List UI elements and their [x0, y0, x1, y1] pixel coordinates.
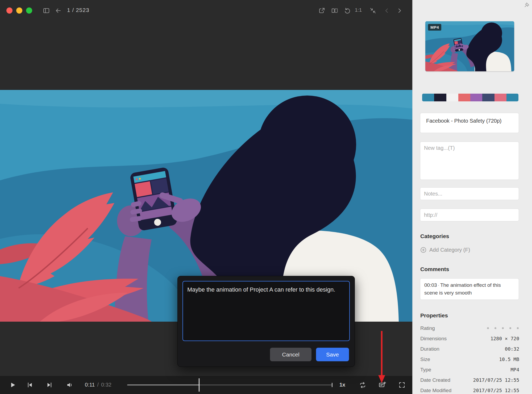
rating-dot[interactable] — [502, 327, 504, 329]
chevron-right-icon — [396, 7, 403, 14]
format-badge: MP4 — [428, 24, 441, 31]
property-value: 1280 × 720 — [491, 336, 519, 341]
property-row-rating: Rating — [420, 323, 519, 333]
rating-dots[interactable] — [487, 327, 519, 329]
zoom-window-button[interactable] — [26, 7, 32, 14]
property-row-type: Type MP4 — [420, 364, 519, 375]
fullscreen-icon — [398, 381, 405, 388]
comments-heading: Comments — [420, 266, 449, 272]
back-arrow-icon — [55, 7, 62, 14]
palette-swatch[interactable] — [446, 94, 458, 101]
property-label: Size — [420, 356, 430, 362]
palette-swatch[interactable] — [434, 94, 446, 101]
previous-frame-button[interactable] — [25, 380, 34, 389]
property-row-date-modified: Date Modified 2017/07/25 12:55 — [420, 385, 519, 394]
rating-dot[interactable] — [509, 327, 511, 329]
rating-dot[interactable] — [487, 327, 489, 329]
zoom-ratio-button[interactable]: 1:1 — [355, 7, 362, 13]
cancel-button[interactable]: Cancel — [270, 348, 311, 361]
notes-input[interactable] — [420, 188, 519, 200]
compare-view-button[interactable] — [330, 6, 339, 15]
palette-swatch[interactable] — [470, 94, 482, 101]
property-row-dimensions: Dimensions 1280 × 720 — [420, 333, 519, 344]
palette-swatch[interactable] — [482, 94, 494, 101]
play-button[interactable] — [8, 380, 17, 389]
dialog-buttons: Cancel Save — [270, 348, 349, 361]
skip-forward-icon — [46, 381, 53, 388]
properties-heading: Properties — [420, 312, 448, 319]
page-counter: 1 / 2523 — [67, 7, 89, 13]
shrink-icon — [369, 7, 376, 14]
fullscreen-button[interactable] — [397, 380, 406, 389]
time-total: 0:32 — [101, 382, 111, 388]
rating-dot[interactable] — [494, 327, 496, 329]
property-label: Duration — [420, 346, 439, 352]
properties-list: Rating Dimensions 1280 × 720 Duration 00… — [420, 323, 519, 394]
compare-view-icon — [331, 7, 338, 14]
time-divider: / — [97, 382, 99, 388]
title-field[interactable]: Facebook - Photo Safety (720p) — [420, 113, 519, 133]
next-item-button[interactable] — [395, 6, 404, 15]
url-input[interactable] — [420, 209, 519, 221]
previous-item-button[interactable] — [383, 6, 391, 15]
rating-dot[interactable] — [517, 327, 519, 329]
time-display: 0:11 / 0:32 — [85, 382, 111, 388]
minimize-window-button[interactable] — [16, 7, 22, 14]
add-category-label: Add Category (F) — [429, 247, 470, 253]
comment-item[interactable]: 00:03·The animation effect of this scene… — [420, 278, 519, 300]
palette-swatch[interactable] — [506, 94, 518, 101]
skip-back-icon — [26, 381, 33, 388]
property-label: Rating — [420, 325, 435, 331]
progress-played — [127, 384, 199, 385]
add-category-button[interactable]: Add Category (F) — [420, 247, 470, 253]
url-input-box — [420, 209, 519, 221]
loop-button[interactable] — [358, 380, 367, 389]
add-comment-button[interactable] — [378, 380, 387, 389]
volume-button[interactable] — [65, 380, 74, 389]
property-label: Dimensions — [420, 336, 447, 342]
playback-bar: 0:11 / 0:32 1x — [0, 376, 412, 394]
palette-swatch[interactable] — [494, 94, 506, 101]
fit-window-button[interactable] — [369, 6, 377, 15]
property-label: Date Created — [420, 377, 450, 383]
property-row-size: Size 10.5 MB — [420, 354, 519, 364]
tag-input-box — [420, 142, 519, 180]
rotate-button[interactable] — [343, 6, 352, 15]
main-area: 1 / 2523 1:1 — [0, 0, 412, 394]
window-controls — [6, 7, 32, 14]
progress-slider[interactable] — [127, 376, 332, 394]
progress-playhead[interactable] — [199, 378, 200, 392]
property-value: 10.5 MB — [499, 356, 519, 362]
sidebar-toggle-icon — [43, 7, 50, 14]
categories-heading: Categories — [420, 233, 449, 239]
comment-separator: · — [437, 282, 440, 288]
open-external-button[interactable] — [318, 6, 326, 15]
chevron-left-icon — [383, 7, 390, 14]
rotate-ccw-icon — [344, 7, 351, 14]
sidebar-toggle-button[interactable] — [42, 6, 51, 15]
property-value: 2017/07/25 12:55 — [473, 388, 519, 393]
property-value: 2017/07/25 12:55 — [473, 377, 519, 383]
tag-input[interactable] — [420, 142, 519, 180]
top-toolbar: 1 / 2523 1:1 — [0, 0, 412, 21]
palette-swatch[interactable] — [458, 94, 470, 101]
next-frame-button[interactable] — [45, 380, 54, 389]
back-button[interactable] — [54, 6, 63, 15]
add-comment-icon — [379, 381, 386, 389]
play-icon — [9, 381, 16, 388]
video-thumbnail[interactable]: MP4 — [425, 21, 514, 71]
pin-button[interactable] — [524, 2, 531, 9]
info-sidebar: MP4 Facebook - Photo Safety (720p) Categ… — [412, 0, 532, 394]
comment-textarea[interactable]: Maybe the animation of Project A can ref… — [182, 281, 350, 341]
property-value: MP4 — [510, 367, 519, 372]
property-row-duration: Duration 00:32 — [420, 344, 519, 354]
comment-dialog: Maybe the animation of Project A can ref… — [177, 276, 355, 367]
playback-speed-button[interactable]: 1x — [339, 382, 345, 388]
palette-swatch[interactable] — [422, 94, 434, 101]
pin-icon — [524, 2, 530, 9]
close-window-button[interactable] — [6, 7, 13, 14]
property-row-date-created: Date Created 2017/07/25 12:55 — [420, 375, 519, 385]
comment-timestamp[interactable]: 00:03 — [424, 282, 437, 288]
save-button[interactable]: Save — [316, 348, 349, 361]
open-external-icon — [318, 7, 325, 14]
